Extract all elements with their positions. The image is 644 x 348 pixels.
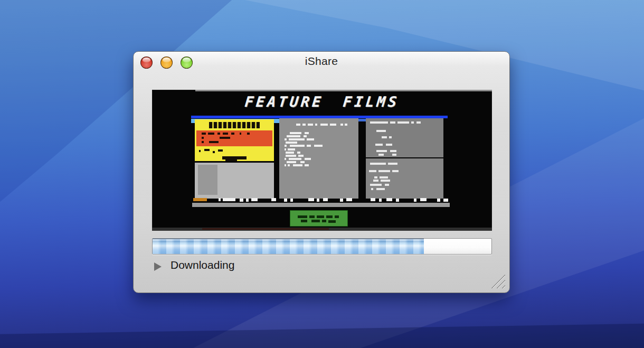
pixel-blob: [317, 215, 324, 218]
pixel-blob: [301, 220, 307, 222]
pixel-blob: [371, 198, 375, 201]
pixel-blob: [317, 199, 319, 202]
pixel-blob: [322, 220, 326, 222]
window-title: iShare: [134, 55, 509, 68]
pixel-blob: [251, 198, 258, 201]
pixel-blob: [240, 199, 243, 202]
preview-divider-bar: [192, 203, 450, 207]
pixel-blob: [328, 220, 336, 223]
pixel-blob: [308, 198, 314, 201]
progress-fill: [153, 239, 424, 254]
disclosure-triangle-icon[interactable]: [154, 262, 162, 271]
pixel-blob: [443, 199, 448, 202]
ishare-window: iShare FEATURE FILMS Downloading: [133, 51, 510, 293]
pixel-blob: [246, 199, 249, 202]
pixel-blob: [326, 215, 333, 218]
pixel-blob: [396, 199, 399, 202]
download-progress-bar: [152, 238, 492, 255]
preview-footer-links: [152, 90, 492, 231]
download-button-blob: [290, 210, 348, 227]
pixel-blob: [420, 198, 427, 201]
pixel-blob: [290, 199, 293, 202]
pixel-blob: [311, 220, 320, 222]
pixel-blob: [346, 198, 352, 201]
pixel-blob: [193, 198, 207, 201]
pixel-blob: [284, 199, 287, 202]
pixel-blob: [323, 198, 328, 201]
pixel-blob: [335, 215, 339, 218]
pixel-blob: [379, 199, 382, 202]
preview-bottom-tint: [202, 228, 329, 230]
pixel-blob: [437, 199, 440, 202]
pixel-blob: [309, 215, 315, 218]
page-preview-image: FEATURE FILMS: [152, 90, 492, 231]
resize-grip[interactable]: [489, 272, 505, 288]
titlebar[interactable]: iShare: [134, 52, 509, 75]
pixel-blob: [386, 198, 392, 201]
pixel-blob: [219, 198, 221, 201]
pixel-blob: [414, 199, 416, 202]
status-label: Downloading: [171, 259, 234, 271]
pixel-blob: [340, 199, 343, 202]
desktop: { "window": { "title": "iShare", "contro…: [0, 0, 644, 348]
pixel-blob: [271, 198, 276, 201]
pixel-blob: [298, 215, 307, 218]
pixel-blob: [223, 198, 235, 201]
